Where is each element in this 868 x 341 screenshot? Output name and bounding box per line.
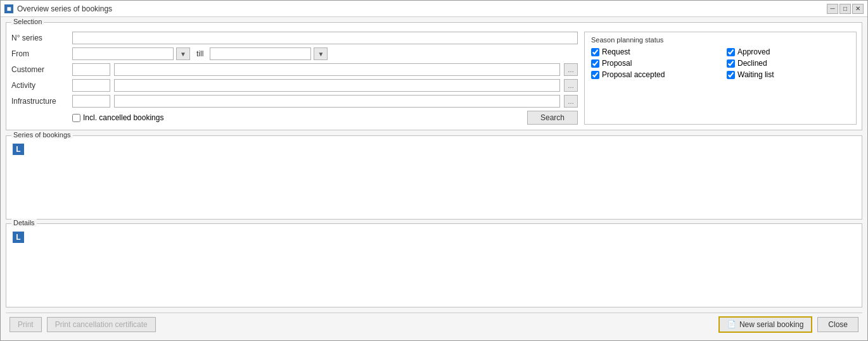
request-checkbox[interactable] [591,48,599,56]
main-window: ■ Overview series of bookings ─ □ ✕ Sele… [0,0,868,341]
series-bookings-label: Series of bookings [11,131,73,139]
search-button[interactable]: Search [527,111,578,125]
from-date-picker-button[interactable]: ▼ [176,47,190,60]
status-item-waiting-list: Waiting list [727,70,850,79]
till-date-input[interactable] [210,47,311,60]
approved-label[interactable]: Approved [737,47,770,56]
close-button[interactable]: Close [817,317,858,332]
status-item-request: Request [591,47,714,56]
footer-bar: Print Print cancellation certificate 📄 N… [6,313,862,335]
window-icon: ■ [4,4,13,13]
infrastructure-browse-button[interactable]: … [564,95,578,108]
series-bookings-wrapper: Series of bookings L [6,135,862,220]
title-controls: ─ □ ✕ [827,4,864,14]
declined-label[interactable]: Declined [737,59,767,68]
status-grid: Request Approved Proposal Declined [591,47,850,79]
customer-id-input[interactable] [72,63,110,76]
print-cancellation-button[interactable]: Print cancellation certificate [47,317,156,332]
infrastructure-row: Infrastructure … [11,95,578,108]
title-bar-left: ■ Overview series of bookings [4,4,112,13]
activity-name-input[interactable] [114,79,560,92]
till-date-group: ▼ [210,47,328,60]
proposal-accepted-checkbox[interactable] [591,71,599,79]
minimize-button[interactable]: ─ [827,4,838,14]
request-label[interactable]: Request [602,47,630,56]
customer-name-input[interactable] [114,63,560,76]
proposal-checkbox[interactable] [591,59,599,68]
infrastructure-name-input[interactable] [114,95,560,108]
activity-label: Activity [11,81,68,90]
new-serial-booking-button[interactable]: 📄 New serial booking [718,316,812,333]
selection-label: Selection [11,18,44,25]
till-label: till [196,49,203,58]
restore-button[interactable]: □ [839,4,851,14]
n-series-row: N° series [11,32,578,44]
activity-row: Activity … [11,79,578,92]
waiting-list-label[interactable]: Waiting list [737,70,774,79]
customer-browse-button[interactable]: … [564,63,578,76]
series-bookings-icon[interactable]: L [13,144,24,155]
status-item-proposal: Proposal [591,59,714,68]
customer-label: Customer [11,65,68,74]
status-item-approved: Approved [727,47,850,56]
declined-checkbox[interactable] [727,59,735,68]
incl-cancelled-text: Incl. cancelled bookings [83,113,163,122]
status-item-proposal-accepted: Proposal accepted [591,70,714,79]
series-bookings-grid: L [11,142,857,156]
proposal-label[interactable]: Proposal [602,59,632,68]
new-serial-icon: 📄 [727,320,736,328]
close-window-button[interactable]: ✕ [852,4,864,14]
incl-cancelled-checkbox[interactable] [72,114,80,122]
details-wrapper: Details L [6,223,862,307]
season-status-title: Season planning status [591,36,850,44]
infrastructure-id-input[interactable] [72,95,110,108]
details-icon[interactable]: L [13,232,24,243]
window-title: Overview series of bookings [17,4,112,13]
status-item-declined: Declined [727,59,850,68]
incl-cancelled-label[interactable]: Incl. cancelled bookings [72,113,163,122]
selection-form: N° series From ▼ till ▼ [11,27,578,125]
details-grid: L [11,230,857,244]
series-bookings-section: Series of bookings L [6,135,862,220]
from-row: From ▼ till ▼ [11,47,578,60]
till-date-picker-button[interactable]: ▼ [314,47,328,60]
from-date-input[interactable] [72,47,174,60]
window-body: Selection N° series From ▼ [1,17,867,340]
details-label: Details [11,219,37,226]
selection-area: N° series From ▼ till ▼ [11,27,857,125]
infrastructure-label: Infrastructure [11,97,68,106]
waiting-list-checkbox[interactable] [727,71,735,79]
title-bar: ■ Overview series of bookings ─ □ ✕ [1,1,867,17]
new-serial-label: New serial booking [739,320,803,329]
proposal-accepted-label[interactable]: Proposal accepted [602,70,665,79]
season-status-panel: Season planning status Request Approved [584,32,857,125]
search-row: Incl. cancelled bookings Search [11,111,578,125]
details-section: Details L [6,223,862,307]
customer-row: Customer … [11,63,578,76]
from-label: From [11,49,68,58]
activity-browse-button[interactable]: … [564,79,578,92]
grids-area: Series of bookings L Details L [6,135,862,307]
activity-id-input[interactable] [72,79,110,92]
n-series-input[interactable] [72,32,578,44]
print-button[interactable]: Print [10,317,42,332]
from-date-group: ▼ [72,47,190,60]
approved-checkbox[interactable] [727,48,735,56]
selection-section: Selection N° series From ▼ [6,22,862,130]
n-series-label: N° series [11,34,68,42]
